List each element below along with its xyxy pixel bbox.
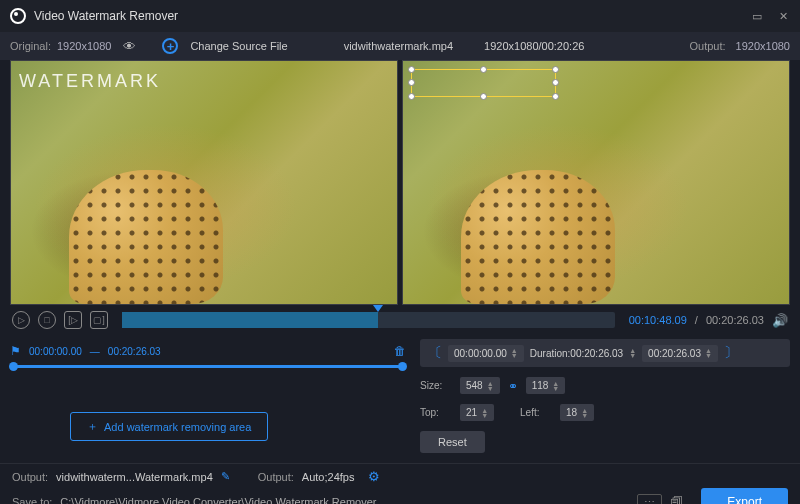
range-end-input[interactable]: 00:20:26.03▲▼ [642, 345, 718, 362]
browse-folder-button[interactable]: ⋯ [637, 494, 662, 505]
left-input[interactable]: 18▲▼ [560, 404, 594, 421]
original-resolution: 1920x1080 [57, 40, 111, 52]
plus-icon: ＋ [87, 419, 98, 434]
handle-s[interactable] [480, 93, 487, 100]
save-path: C:\Vidmore\Vidmore Video Converter\Video… [60, 496, 629, 504]
resolution-time-label: 1920x1080/00:20:26 [484, 40, 584, 52]
timeline-slider[interactable] [122, 312, 615, 328]
edit-filename-icon[interactable]: ✎ [221, 470, 230, 483]
segment-flag-icon: ⚑ [10, 344, 21, 358]
handle-ne[interactable] [552, 66, 559, 73]
output-resolution: 1920x1080 [736, 40, 790, 52]
playback-controls: ▷ □ [▷ ▢] 00:10:48.09/00:20:26.03 🔊 [0, 305, 800, 335]
play-button[interactable]: ▷ [12, 311, 30, 329]
top-input[interactable]: 21▲▼ [460, 404, 494, 421]
eye-icon[interactable]: 👁 [123, 39, 136, 54]
output-file-label: Output: [12, 471, 48, 483]
handle-se[interactable] [552, 93, 559, 100]
reset-button[interactable]: Reset [420, 431, 485, 453]
range-start-input[interactable]: 00:00:00.00▲▼ [448, 345, 524, 362]
toolbar: Original: 1920x1080 👁 + Change Source Fi… [0, 32, 800, 60]
filename-label: vidwithwatermark.mp4 [344, 40, 453, 52]
output-row: Output: vidwithwaterm...Watermark.mp4 ✎ … [0, 463, 800, 489]
output-filename: vidwithwaterm...Watermark.mp4 [56, 471, 213, 483]
save-to-label: Save to: [12, 496, 52, 504]
height-input[interactable]: 118▲▼ [526, 377, 566, 394]
change-source-button[interactable]: Change Source File [190, 40, 287, 52]
delete-segment-icon[interactable]: 🗑 [394, 344, 406, 358]
original-label: Original: [10, 40, 51, 52]
output-settings-icon[interactable]: ⚙ [368, 469, 380, 484]
export-button[interactable]: Export [701, 488, 788, 504]
titlebar: Video Watermark Remover ▭ ✕ [0, 0, 800, 32]
link-dimensions-icon[interactable]: ⚭ [508, 379, 518, 393]
handle-sw[interactable] [408, 93, 415, 100]
close-icon[interactable]: ✕ [776, 9, 790, 23]
selection-box[interactable] [411, 69, 556, 97]
playhead-marker[interactable] [373, 305, 383, 312]
width-input[interactable]: 548▲▼ [460, 377, 500, 394]
output-label: Output: [689, 40, 725, 52]
segment-start: 00:00:00.00 [29, 346, 82, 357]
minimize-icon[interactable]: ▭ [750, 9, 764, 23]
prev-frame-button[interactable]: [▷ [64, 311, 82, 329]
add-watermark-area-button[interactable]: ＋ Add watermark removing area [70, 412, 268, 441]
app-logo-icon [10, 8, 26, 24]
preview-row: WATERMARK [0, 60, 800, 305]
window-title: Video Watermark Remover [34, 9, 178, 23]
add-source-icon[interactable]: + [162, 38, 178, 54]
stop-button[interactable]: □ [38, 311, 56, 329]
output-preview[interactable] [402, 60, 790, 305]
watermark-text: WATERMARK [19, 71, 161, 92]
size-label: Size: [420, 380, 452, 391]
save-row: Save to: C:\Vidmore\Vidmore Video Conver… [0, 489, 800, 504]
current-time: 00:10:48.09 [629, 314, 687, 326]
output-format-label: Output: [258, 471, 294, 483]
handle-w[interactable] [408, 79, 415, 86]
segment-range-slider[interactable] [10, 365, 406, 368]
original-preview: WATERMARK [10, 60, 398, 305]
handle-nw[interactable] [408, 66, 415, 73]
handle-n[interactable] [480, 66, 487, 73]
output-format: Auto;24fps [302, 471, 355, 483]
bracket-close-icon[interactable]: 〕 [724, 344, 738, 362]
handle-e[interactable] [552, 79, 559, 86]
volume-icon[interactable]: 🔊 [772, 313, 788, 328]
segment-panel: ⚑ 00:00:00.00 — 00:20:26.03 🗑 ＋ Add wate… [10, 339, 406, 453]
next-frame-button[interactable]: ▢] [90, 311, 108, 329]
bracket-open-icon[interactable]: 〔 [428, 344, 442, 362]
properties-panel: 〔 00:00:00.00▲▼ Duration:00:20:26.03 ▲▼ … [420, 339, 790, 453]
left-label: Left: [520, 407, 552, 418]
total-time: 00:20:26.03 [706, 314, 764, 326]
segment-end: 00:20:26.03 [108, 346, 161, 357]
snapshot-icon[interactable]: 🗐 [670, 495, 683, 505]
top-label: Top: [420, 407, 452, 418]
